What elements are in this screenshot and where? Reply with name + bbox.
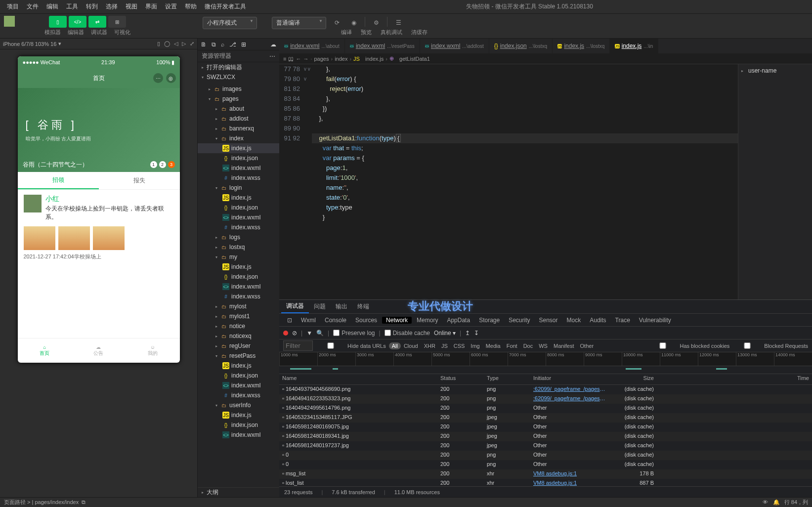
tabbar-home[interactable]: ⌂首页 [18,338,72,363]
network-row[interactable]: ▫ 164059812480189341.jpg200jpegOther(dis… [279,432,812,441]
tree-folder-pages[interactable]: ▾🗀pages [198,94,279,104]
network-row[interactable]: ▫ 164049416223353323.png200png:62099/_pa… [279,394,812,404]
explorer-icon[interactable]: 🗎 [201,41,207,48]
tree-wxss-index.wxss[interactable]: #index.wxss [198,292,279,301]
bc-icon[interactable]: 🕮 [288,56,294,62]
editor-tab[interactable]: JSindex.js...\lostxq [553,39,610,53]
thumb[interactable] [93,226,125,250]
dt-tab-problems[interactable]: 问题 [309,300,331,313]
timeline-tick[interactable]: 11000 ms [660,352,698,366]
dot[interactable]: 1 [150,161,157,168]
menu-item[interactable]: 项目 [3,2,23,11]
filter-doc[interactable]: Doc [520,342,536,349]
menu-item[interactable]: 微信开发者工具 [201,2,250,11]
timeline-tick[interactable]: 6000 ms [470,352,508,366]
timeline-tick[interactable]: 2000 ms [317,352,355,366]
tabbar-me[interactable]: ☺我的 [126,338,179,363]
network-row[interactable]: ▫ 164049424995614796.png200pngOther(disk… [279,404,812,413]
panel-wxml[interactable]: Wxml [297,317,320,324]
dot[interactable]: 2 [159,161,166,168]
tree-json-index.json[interactable]: {}index.json [198,272,279,282]
editor-toggle[interactable]: </> [69,16,86,28]
timeline-tick[interactable]: 3000 ms [355,352,393,366]
timeline-tick[interactable]: 5000 ms [431,352,470,366]
sim-icon[interactable]: ⤢ [190,41,194,47]
remote-debug-icon[interactable]: ⚙ [370,17,382,29]
chevron-icon[interactable]: ▸ [741,69,746,73]
record-button[interactable] [283,331,288,336]
tree-folder-mylost1[interactable]: ▸🗀mylost1 [198,311,279,321]
dt-tab-debugger[interactable]: 调试器 [281,300,309,313]
clear-icon[interactable]: ⊘ [292,330,297,337]
timeline-tick[interactable]: 8000 ms [546,352,584,366]
timeline-tick[interactable]: 10000 ms [622,352,660,366]
online-select[interactable]: Online ▾ [434,330,456,337]
panel-sensor[interactable]: Sensor [535,317,562,324]
tree-wxss-index.wxss[interactable]: #index.wxss [198,390,279,400]
user-avatar[interactable] [4,16,15,27]
tree-folder-images[interactable]: ▸🗀images [198,84,279,94]
filter-all[interactable]: All [389,342,401,349]
menu-item[interactable]: 编辑 [43,2,62,11]
explorer-icon[interactable]: ⧉ [212,41,216,48]
timeline-tick[interactable]: 14000 ms [774,352,812,366]
filter-media[interactable]: Media [483,342,504,349]
menu-item[interactable]: 界面 [141,2,161,11]
blocked-requests[interactable]: Blocked Requests [732,342,808,349]
clear-cache-icon[interactable]: ☰ [392,17,404,29]
device-label[interactable]: iPhone 6/7/8 103% 16 [3,41,56,47]
preview-icon[interactable]: ◉ [348,17,360,29]
timeline-tick[interactable]: 12000 ms [698,352,736,366]
page-path[interactable]: 页面路径 > | pages/index/index [4,499,79,506]
col-size[interactable]: Size [609,374,657,384]
dt-tab-terminal[interactable]: 终端 [352,300,374,313]
tree-json-index.json[interactable]: {}index.json [198,371,279,380]
network-row[interactable]: ▫ 0200pngOther(disk cache) [279,460,812,469]
tree-folder-userInfo[interactable]: ▾🗀userInfo [198,400,279,410]
tree-folder-login[interactable]: ▾🗀login [198,183,279,193]
tab-lost[interactable]: 报失 [99,172,180,189]
tree-folder-mylost[interactable]: ▸🗀mylost [198,301,279,311]
network-row[interactable]: ▫ 164059812480197237.jpg200jpegOther(dis… [279,441,812,451]
panel-storage[interactable]: Storage [475,317,504,324]
tree-json-index.json[interactable]: {}index.json [198,153,279,163]
panel-vulnerability[interactable]: Vulnerability [635,317,675,324]
tree-js-index.js[interactable]: JSindex.js [198,262,279,272]
tree-js-index.js[interactable]: JSindex.js [198,361,279,371]
tree-json-index.json[interactable]: {}index.json [198,420,279,430]
editor-tab[interactable]: <>index.wxml...\resetPass [345,39,420,53]
outline-section[interactable]: ▸大纲 [198,487,279,497]
tree-folder-logs[interactable]: ▸🗀logs [198,232,279,242]
tree-wxss-index.wxss[interactable]: #index.wxss [198,173,279,183]
explorer-icon[interactable]: ⎇ [229,41,236,48]
menu-item[interactable]: 转到 [82,2,102,11]
sim-icon[interactable]: ◁ [174,41,178,47]
tree-wxml-index.wxml[interactable]: <>index.wxml [198,282,279,292]
explorer-icon[interactable]: ⊞ [241,41,246,48]
tree-folder-addlost[interactable]: ▸🗀addlost [198,114,279,124]
col-time[interactable]: Time [657,374,812,384]
capsule-close[interactable]: ◎ [166,73,176,83]
filter-other[interactable]: Other [577,342,597,349]
sim-icon[interactable]: ▷ [182,41,186,47]
download-icon[interactable]: ↧ [474,330,479,337]
tree-folder-notice[interactable]: ▸🗀notice [198,321,279,331]
timeline-tick[interactable]: 9000 ms [584,352,622,366]
tree-wxss-index.wxss[interactable]: #index.wxss [198,222,279,232]
blocked-cookies[interactable]: Has blocked cookies [648,342,729,349]
tab-found[interactable]: 招领 [18,172,99,189]
tree-folder-bannerxq[interactable]: ▸🗀bannerxq [198,124,279,133]
bc-icon[interactable]: → [303,56,308,62]
tree-js-index.js[interactable]: JSindex.js [198,143,279,153]
visual-toggle[interactable]: ⊞ [108,16,126,28]
panel-sources[interactable]: Sources [351,317,381,324]
filter-icon[interactable]: ▼ [306,330,312,337]
tree-js-index.js[interactable]: JSindex.js [198,193,279,203]
refresh-icon[interactable]: ⟳ [331,17,343,29]
filter-font[interactable]: Font [504,342,520,349]
panel-mock[interactable]: Mock [563,317,585,324]
tree-wxml-index.wxml[interactable]: <>index.wxml [198,430,279,440]
filter-input[interactable] [283,340,313,351]
tree-folder-noticexq[interactable]: ▸🗀noticexq [198,331,279,341]
preserve-log-check[interactable]: Preserve log [333,330,375,337]
